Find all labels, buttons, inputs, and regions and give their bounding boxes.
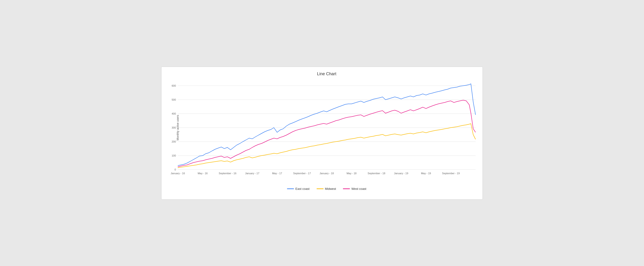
svg-text:January - 18: January - 18: [320, 172, 334, 174]
legend-line-west-coast: [343, 188, 350, 189]
svg-text:500: 500: [172, 98, 176, 101]
svg-text:January - 17: January - 17: [245, 172, 259, 174]
svg-text:May - 16: May - 16: [198, 172, 208, 174]
svg-text:100: 100: [172, 154, 176, 157]
svg-text:400: 400: [172, 112, 176, 115]
chart-legend: East coast Midwest West coast: [287, 187, 366, 190]
chart-container: Line Chart Monthly active users .grid-li…: [161, 66, 483, 200]
chart-title: Line Chart: [178, 72, 476, 76]
svg-text:September - 19: September - 19: [442, 172, 460, 174]
legend-label-east-coast: East coast: [296, 187, 310, 190]
legend-label-west-coast: West coast: [351, 187, 366, 190]
y-axis-label: Monthly active users: [176, 115, 180, 140]
svg-text:September - 17: September - 17: [293, 172, 311, 174]
legend-item-east-coast: East coast: [287, 187, 310, 190]
svg-text:May - 19: May - 19: [421, 172, 431, 174]
svg-text:September - 18: September - 18: [368, 172, 385, 174]
svg-text:300: 300: [172, 126, 176, 129]
svg-text:January - 16: January - 16: [170, 172, 185, 174]
legend-label-midwest: Midwest: [325, 187, 336, 190]
svg-text:200: 200: [172, 140, 176, 143]
svg-text:September - 16: September - 16: [219, 172, 236, 174]
svg-text:May - 17: May - 17: [272, 172, 282, 174]
svg-text:January - 19: January - 19: [394, 172, 408, 174]
svg-text:0: 0: [174, 168, 176, 171]
legend-line-midwest: [316, 188, 324, 189]
legend-item-west-coast: West coast: [343, 187, 366, 190]
legend-line-east-coast: [287, 188, 294, 189]
svg-text:May - 18: May - 18: [346, 172, 356, 174]
legend-item-midwest: Midwest: [316, 187, 336, 190]
chart-svg: .grid-line { stroke: #e0e0e0; stroke-wid…: [178, 79, 476, 176]
svg-text:600: 600: [172, 84, 176, 87]
chart-area: Monthly active users .grid-line { stroke…: [178, 79, 476, 176]
